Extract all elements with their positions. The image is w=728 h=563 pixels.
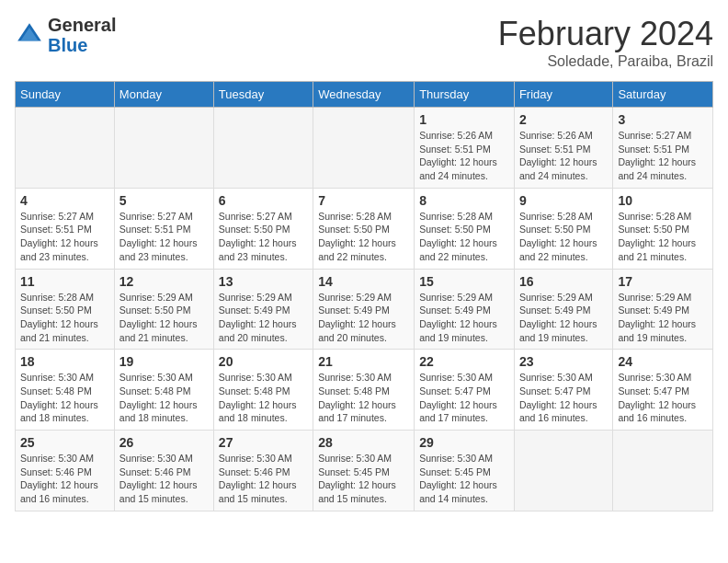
day-number: 18: [20, 354, 109, 369]
calendar-cell: 14Sunrise: 5:29 AM Sunset: 5:49 PM Dayli…: [313, 269, 415, 350]
day-number: 7: [318, 193, 409, 208]
day-number: 21: [318, 354, 409, 369]
day-number: 26: [119, 435, 209, 450]
day-of-week-header: Sunday: [16, 82, 115, 108]
calendar-cell: 10Sunrise: 5:28 AM Sunset: 5:50 PM Dayli…: [613, 188, 713, 269]
day-number: 15: [419, 274, 509, 289]
day-number: 6: [219, 193, 308, 208]
day-number: 13: [219, 274, 308, 289]
day-number: 1: [419, 112, 509, 127]
calendar-week-row: 4Sunrise: 5:27 AM Sunset: 5:51 PM Daylig…: [16, 188, 713, 269]
day-number: 22: [419, 354, 509, 369]
calendar-cell: [613, 431, 713, 511]
day-of-week-header: Saturday: [613, 82, 713, 108]
day-info: Sunrise: 5:30 AM Sunset: 5:48 PM Dayligh…: [20, 371, 109, 425]
calendar-cell: 12Sunrise: 5:29 AM Sunset: 5:50 PM Dayli…: [114, 269, 213, 350]
logo-blue: Blue: [48, 35, 87, 55]
day-info: Sunrise: 5:28 AM Sunset: 5:50 PM Dayligh…: [519, 210, 609, 264]
calendar-cell: 13Sunrise: 5:29 AM Sunset: 5:49 PM Dayli…: [213, 269, 313, 350]
month-title: February 2024: [498, 15, 713, 53]
page-header: General Blue February 2024 Soledade, Par…: [15, 15, 713, 70]
day-info: Sunrise: 5:30 AM Sunset: 5:46 PM Dayligh…: [119, 452, 209, 506]
day-info: Sunrise: 5:30 AM Sunset: 5:48 PM Dayligh…: [219, 371, 308, 425]
day-number: 4: [20, 193, 109, 208]
calendar-cell: [16, 108, 115, 189]
calendar-week-row: 11Sunrise: 5:28 AM Sunset: 5:50 PM Dayli…: [16, 269, 713, 350]
day-number: 10: [618, 193, 708, 208]
calendar-cell: 22Sunrise: 5:30 AM Sunset: 5:47 PM Dayli…: [415, 350, 515, 431]
day-number: 17: [618, 274, 708, 289]
calendar-cell: 27Sunrise: 5:30 AM Sunset: 5:46 PM Dayli…: [213, 431, 313, 511]
day-info: Sunrise: 5:30 AM Sunset: 5:46 PM Dayligh…: [219, 452, 308, 506]
day-info: Sunrise: 5:29 AM Sunset: 5:49 PM Dayligh…: [419, 291, 509, 345]
calendar-cell: 15Sunrise: 5:29 AM Sunset: 5:49 PM Dayli…: [415, 269, 515, 350]
day-info: Sunrise: 5:26 AM Sunset: 5:51 PM Dayligh…: [419, 129, 509, 183]
day-info: Sunrise: 5:29 AM Sunset: 5:49 PM Dayligh…: [219, 291, 308, 345]
calendar-cell: [514, 431, 613, 511]
day-info: Sunrise: 5:29 AM Sunset: 5:49 PM Dayligh…: [618, 291, 708, 345]
day-number: 2: [519, 112, 609, 127]
calendar-cell: 20Sunrise: 5:30 AM Sunset: 5:48 PM Dayli…: [213, 350, 313, 431]
day-info: Sunrise: 5:30 AM Sunset: 5:45 PM Dayligh…: [318, 452, 409, 506]
day-number: 20: [219, 354, 308, 369]
calendar-cell: 4Sunrise: 5:27 AM Sunset: 5:51 PM Daylig…: [16, 188, 115, 269]
day-of-week-header: Thursday: [415, 82, 515, 108]
logo-icon: [15, 20, 44, 50]
day-of-week-header: Monday: [114, 82, 213, 108]
calendar-cell: 1Sunrise: 5:26 AM Sunset: 5:51 PM Daylig…: [415, 108, 515, 189]
day-number: 5: [119, 193, 209, 208]
calendar-cell: [213, 108, 313, 189]
day-number: 14: [318, 274, 409, 289]
calendar-cell: 29Sunrise: 5:30 AM Sunset: 5:45 PM Dayli…: [415, 431, 515, 511]
day-info: Sunrise: 5:27 AM Sunset: 5:51 PM Dayligh…: [119, 210, 209, 264]
day-number: 23: [519, 354, 609, 369]
calendar-cell: [114, 108, 213, 189]
day-info: Sunrise: 5:28 AM Sunset: 5:50 PM Dayligh…: [20, 291, 109, 345]
logo-general: General: [48, 15, 116, 35]
day-info: Sunrise: 5:29 AM Sunset: 5:50 PM Dayligh…: [119, 291, 209, 345]
title-section: February 2024 Soledade, Paraiba, Brazil: [498, 15, 713, 70]
day-info: Sunrise: 5:29 AM Sunset: 5:49 PM Dayligh…: [318, 291, 409, 345]
day-info: Sunrise: 5:26 AM Sunset: 5:51 PM Dayligh…: [519, 129, 609, 183]
calendar-cell: 21Sunrise: 5:30 AM Sunset: 5:48 PM Dayli…: [313, 350, 415, 431]
day-number: 9: [519, 193, 609, 208]
day-of-week-header: Wednesday: [313, 82, 415, 108]
calendar-cell: 9Sunrise: 5:28 AM Sunset: 5:50 PM Daylig…: [514, 188, 613, 269]
day-info: Sunrise: 5:27 AM Sunset: 5:51 PM Dayligh…: [618, 129, 708, 183]
day-info: Sunrise: 5:30 AM Sunset: 5:47 PM Dayligh…: [419, 371, 509, 425]
day-number: 3: [618, 112, 708, 127]
day-info: Sunrise: 5:30 AM Sunset: 5:47 PM Dayligh…: [519, 371, 609, 425]
calendar-cell: 8Sunrise: 5:28 AM Sunset: 5:50 PM Daylig…: [415, 188, 515, 269]
day-number: 12: [119, 274, 209, 289]
logo-text: General Blue: [48, 15, 116, 55]
calendar-cell: 16Sunrise: 5:29 AM Sunset: 5:49 PM Dayli…: [514, 269, 613, 350]
day-number: 16: [519, 274, 609, 289]
day-of-week-header: Friday: [514, 82, 613, 108]
calendar-cell: 18Sunrise: 5:30 AM Sunset: 5:48 PM Dayli…: [16, 350, 115, 431]
calendar-cell: 24Sunrise: 5:30 AM Sunset: 5:47 PM Dayli…: [613, 350, 713, 431]
calendar-cell: 5Sunrise: 5:27 AM Sunset: 5:51 PM Daylig…: [114, 188, 213, 269]
calendar-header-row: SundayMondayTuesdayWednesdayThursdayFrid…: [16, 82, 713, 108]
calendar-week-row: 18Sunrise: 5:30 AM Sunset: 5:48 PM Dayli…: [16, 350, 713, 431]
calendar-table: SundayMondayTuesdayWednesdayThursdayFrid…: [15, 81, 713, 511]
calendar-cell: 19Sunrise: 5:30 AM Sunset: 5:48 PM Dayli…: [114, 350, 213, 431]
calendar-cell: 11Sunrise: 5:28 AM Sunset: 5:50 PM Dayli…: [16, 269, 115, 350]
calendar-cell: 7Sunrise: 5:28 AM Sunset: 5:50 PM Daylig…: [313, 188, 415, 269]
calendar-cell: 17Sunrise: 5:29 AM Sunset: 5:49 PM Dayli…: [613, 269, 713, 350]
day-info: Sunrise: 5:30 AM Sunset: 5:47 PM Dayligh…: [618, 371, 708, 425]
calendar-cell: 28Sunrise: 5:30 AM Sunset: 5:45 PM Dayli…: [313, 431, 415, 511]
day-number: 24: [618, 354, 708, 369]
day-info: Sunrise: 5:28 AM Sunset: 5:50 PM Dayligh…: [618, 210, 708, 264]
calendar-cell: 6Sunrise: 5:27 AM Sunset: 5:50 PM Daylig…: [213, 188, 313, 269]
calendar-cell: 26Sunrise: 5:30 AM Sunset: 5:46 PM Dayli…: [114, 431, 213, 511]
day-info: Sunrise: 5:30 AM Sunset: 5:45 PM Dayligh…: [419, 452, 509, 506]
day-info: Sunrise: 5:30 AM Sunset: 5:46 PM Dayligh…: [20, 452, 109, 506]
calendar-cell: 2Sunrise: 5:26 AM Sunset: 5:51 PM Daylig…: [514, 108, 613, 189]
day-number: 27: [219, 435, 308, 450]
day-number: 11: [20, 274, 109, 289]
day-info: Sunrise: 5:27 AM Sunset: 5:51 PM Dayligh…: [20, 210, 109, 264]
calendar-cell: 3Sunrise: 5:27 AM Sunset: 5:51 PM Daylig…: [613, 108, 713, 189]
day-info: Sunrise: 5:28 AM Sunset: 5:50 PM Dayligh…: [318, 210, 409, 264]
day-of-week-header: Tuesday: [213, 82, 313, 108]
day-info: Sunrise: 5:28 AM Sunset: 5:50 PM Dayligh…: [419, 210, 509, 264]
